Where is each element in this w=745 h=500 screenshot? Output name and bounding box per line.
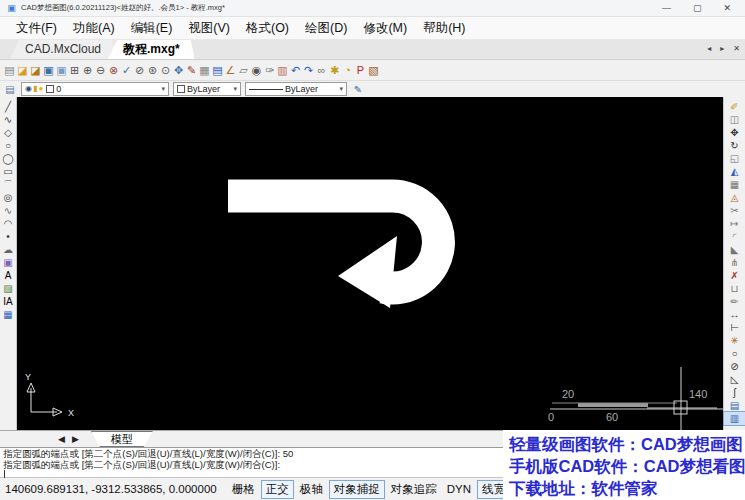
zoom-scale-icon[interactable]: ⊘ [133, 62, 146, 79]
edit-polygon-icon[interactable]: ◺ [724, 373, 745, 386]
undo-icon[interactable]: ↶ [289, 62, 302, 79]
group-icon[interactable]: ▤ [724, 399, 745, 412]
pedit-icon[interactable]: ✏ [724, 295, 745, 308]
tab-scroll-right-icon[interactable]: ▸ [720, 44, 724, 53]
array-icon[interactable]: ▦ [724, 178, 745, 191]
menu-modify[interactable]: 修改(M) [355, 20, 415, 37]
area-icon[interactable]: ▱ [237, 62, 250, 79]
open-cloud-icon[interactable]: ◪ [29, 62, 42, 79]
tab-cad-mxcloud[interactable]: CAD.MxCloud [10, 40, 116, 59]
scale-icon[interactable]: ◱ [724, 152, 745, 165]
trim-icon[interactable]: ✂ [724, 204, 745, 217]
toggle-ortho[interactable]: 正交 [261, 480, 294, 499]
erase-icon[interactable]: ✐ [724, 100, 745, 113]
explode-icon[interactable]: ✳ [724, 334, 745, 347]
toggle-polar[interactable]: 极轴 [296, 481, 327, 498]
menu-help[interactable]: 帮助(H) [415, 20, 473, 37]
layers-icon[interactable]: ▤ [211, 62, 224, 79]
draw-spline-icon[interactable]: ∿ [0, 204, 16, 217]
tab-model[interactable]: 模型 [91, 431, 153, 447]
paste-icon[interactable]: ▥ [276, 62, 289, 79]
tab-close-icon[interactable]: ✕ [733, 44, 740, 53]
break-at-point-icon[interactable]: ⋔ [724, 256, 745, 269]
draw-rectangle-icon[interactable]: ▭ [0, 165, 16, 178]
offset-icon[interactable]: ◬ [724, 191, 745, 204]
regen-icon[interactable]: ▦ [198, 62, 211, 79]
layer-manager-icon[interactable]: ▤ [3, 84, 17, 95]
attribute-text-icon[interactable]: IA [0, 295, 16, 308]
draw-circle-icon[interactable]: ○ [0, 139, 16, 152]
block-icon[interactable]: ▣ [0, 256, 16, 269]
draw-donut-icon[interactable]: ◎ [0, 191, 16, 204]
find-icon[interactable]: ◉ [250, 62, 263, 79]
save-icon[interactable]: ▣ [42, 62, 55, 79]
linetype-dropdown[interactable]: ByLayer ▾ [245, 82, 347, 96]
draw-revcloud-icon[interactable]: ☁ [0, 243, 16, 256]
layout-next-icon[interactable]: ▶ [72, 434, 79, 444]
zoom-realtime-icon[interactable]: ⊛ [146, 62, 159, 79]
color-dropdown[interactable]: ByLayer ▾ [173, 82, 241, 96]
draw-polyline-icon[interactable]: ∿ [0, 113, 16, 126]
copy-icon[interactable]: ◫ [724, 113, 745, 126]
hatch-icon[interactable]: ▦ [0, 308, 16, 321]
measure-icon[interactable]: ✎ [185, 62, 198, 79]
open-file-icon[interactable]: ◪ [16, 62, 29, 79]
toggle-dyn[interactable]: DYN [443, 482, 475, 496]
edit-circle-icon[interactable]: ○ [724, 347, 745, 360]
chamfer-icon[interactable]: ◣ [724, 243, 745, 256]
angle-icon[interactable]: ∠ [224, 62, 237, 79]
draw-ellipse-arc-icon[interactable]: ◠ [0, 217, 16, 230]
help-about-icon[interactable]: ◔ [341, 62, 354, 79]
menu-function[interactable]: 功能(A) [65, 20, 123, 37]
tab-document[interactable]: 教程.mxg* [108, 40, 195, 59]
lengthen-icon[interactable]: ⊢ [724, 321, 745, 334]
join-icon[interactable]: ⊔ [724, 282, 745, 295]
draw-arc-icon[interactable]: ⌒ [0, 178, 16, 191]
settings-icon[interactable]: ✱ [328, 62, 341, 79]
zoom-out-icon[interactable]: ⊖ [94, 62, 107, 79]
image-icon[interactable]: ▨ [0, 282, 16, 295]
zoom-object-icon[interactable]: ⊙ [159, 62, 172, 79]
close-button[interactable]: ✕ [723, 1, 731, 16]
mirror-icon[interactable]: ◭ [724, 165, 745, 178]
draw-polygon-icon[interactable]: ◇ [0, 126, 16, 139]
export-pdf-icon[interactable]: P [354, 62, 367, 79]
draw-ellipse-icon[interactable]: ◯ [0, 152, 16, 165]
move-icon[interactable]: ✥ [724, 126, 745, 139]
menu-edit[interactable]: 编辑(E) [123, 20, 181, 37]
toggle-osnap[interactable]: 对象捕捉 [329, 480, 385, 499]
save-as-icon[interactable]: ▣ [55, 62, 68, 79]
match-properties-icon[interactable]: ✑ [263, 62, 276, 79]
text-icon[interactable]: A [0, 269, 16, 282]
draw-line-icon[interactable]: ╱ [0, 100, 16, 113]
export-image-icon[interactable]: ▧ [367, 62, 380, 79]
new-file-icon[interactable]: ▤ [3, 62, 16, 79]
zoom-window-icon[interactable]: ⊞ [68, 62, 81, 79]
toggle-grid[interactable]: 栅格 [228, 481, 259, 498]
properties-icon[interactable]: ▥ [724, 412, 745, 425]
zoom-previous-icon[interactable]: ✓ [120, 62, 133, 79]
edit-ellipse-icon[interactable]: ⊘ [724, 360, 745, 373]
draw-point-icon[interactable]: • [0, 230, 16, 243]
layer-dropdown[interactable]: ◉▮● 0 ▾ [21, 82, 169, 96]
zoom-in-icon[interactable]: ⊕ [81, 62, 94, 79]
extend-icon[interactable]: ↦ [724, 217, 745, 230]
toggle-otrack[interactable]: 对象追踪 [387, 481, 441, 498]
maximize-button[interactable]: ▢ [693, 1, 702, 16]
fillet-icon[interactable]: ◜ [724, 230, 745, 243]
stretch-icon[interactable]: ↔ [724, 308, 745, 321]
edit-spline-icon[interactable]: ʃ [724, 386, 745, 399]
pan-icon[interactable]: ✥ [172, 62, 185, 79]
zoom-extents-icon[interactable]: ⊗ [107, 62, 120, 79]
menu-draw[interactable]: 绘图(D) [297, 20, 355, 37]
tab-scroll-left-icon[interactable]: ◂ [707, 44, 711, 53]
rotate-icon[interactable]: ↻ [724, 139, 745, 152]
layout-prev-icon[interactable]: ◀ [58, 434, 65, 444]
redo-icon[interactable]: ↷ [302, 62, 315, 79]
minimize-button[interactable]: — [662, 1, 671, 16]
drawing-canvas[interactable]: Y X 20 140 0 60 [17, 97, 723, 430]
menu-format[interactable]: 格式(O) [238, 20, 297, 37]
pencil-icon[interactable]: ✎ [351, 84, 365, 95]
break-icon[interactable]: ✗ [724, 269, 745, 282]
menu-file[interactable]: 文件(F) [8, 20, 65, 37]
